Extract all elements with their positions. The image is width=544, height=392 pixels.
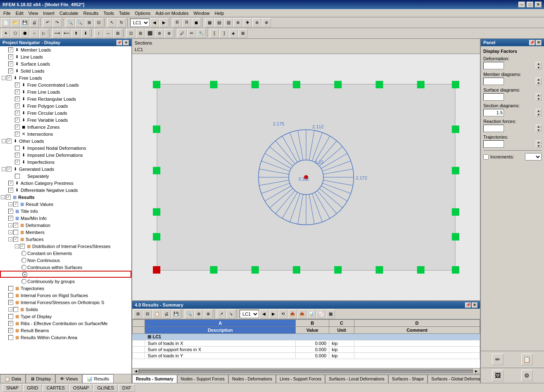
cb-int-ortho[interactable]	[8, 300, 13, 305]
tb-a6[interactable]: ⊛	[252, 18, 261, 27]
tree-solids[interactable]: - ▦ Solids	[0, 306, 131, 313]
tree-diff-neg[interactable]: ⬇ Differentiate Negative Loads	[0, 187, 131, 194]
cb-ribs-eff[interactable]	[8, 321, 13, 326]
res-tb-5[interactable]: 💾	[171, 309, 181, 319]
res-tb-6[interactable]: 🔍	[185, 309, 194, 319]
tb2-17[interactable]: ⊗	[164, 29, 173, 38]
rb-cont-within[interactable]	[21, 265, 26, 270]
exp-results[interactable]: -	[1, 195, 5, 199]
rb-non-cont[interactable]	[21, 258, 26, 263]
menu-table[interactable]: Table	[116, 10, 132, 17]
menu-view[interactable]: View	[26, 10, 41, 17]
tree-member-loads[interactable]: ⬇ Member Loads	[0, 46, 131, 53]
tree-continuous-total[interactable]: Continuous Total	[0, 271, 131, 278]
tree-free-loads[interactable]: - ⬇ Free Loads	[0, 74, 131, 81]
panel-edit-btn[interactable]: ✏	[492, 354, 504, 365]
menu-tools[interactable]: Tools	[101, 10, 116, 17]
increments-checkbox[interactable]	[483, 154, 489, 160]
exp-deformation[interactable]: -	[8, 223, 12, 227]
tree-int-ortho[interactable]: ▦ Internal Forces/Stresses on Orthotropi…	[0, 299, 131, 306]
tab-nodes-deform[interactable]: Nodes - Deformations	[228, 375, 276, 383]
member-diagrams-input[interactable]	[483, 78, 504, 85]
results-table-container[interactable]: A B C D Description Value Unit Comment	[132, 319, 480, 368]
exp-result-values[interactable]: -	[8, 202, 12, 206]
member-up[interactable]: ▲	[536, 78, 542, 81]
tb2-9[interactable]: ⬇	[81, 29, 90, 38]
cb-action-cat[interactable]	[8, 181, 13, 186]
tb2-12[interactable]: ⊞	[113, 29, 122, 38]
cb-type-display[interactable]	[8, 314, 13, 319]
tree-results[interactable]: - ▦ Results	[0, 194, 131, 201]
cb-col-area[interactable]	[8, 335, 13, 340]
res-tb-10[interactable]: ↘	[226, 309, 235, 319]
cb-free-conc[interactable]	[15, 83, 20, 87]
res-tb-11[interactable]: ⟲	[278, 309, 287, 319]
tb2-13[interactable]: ⊡	[126, 29, 135, 38]
tree-continuous-within[interactable]: Continuous within Surfaces	[0, 264, 131, 271]
tree-results-col-area[interactable]: ▦ Results Within Column Area	[0, 334, 131, 341]
cb-max-min[interactable]	[8, 216, 13, 221]
tb-a2[interactable]: ▤	[214, 18, 223, 27]
tab-nodes-support[interactable]: Nodes - Support Forces	[177, 375, 228, 383]
glines-btn[interactable]: GLINES	[93, 384, 117, 392]
exp-dist-int[interactable]: -	[15, 244, 19, 248]
res-tb-12[interactable]: 📥	[288, 309, 297, 319]
increments-select[interactable]	[525, 153, 542, 161]
tab-lines-support[interactable]: Lines - Support Forces	[276, 375, 325, 383]
tree-container[interactable]: ⬇ Member Loads ⬇ Line Loads ⬇ Surface Lo…	[0, 46, 131, 374]
reaction-up[interactable]: ▲	[536, 125, 542, 128]
cb-imperfections[interactable]	[15, 160, 20, 165]
menu-help[interactable]: Help	[212, 10, 227, 17]
cb-free-poly[interactable]	[15, 104, 20, 109]
tree-action-cat[interactable]: ⬇ Action Category Prestress	[0, 179, 131, 187]
res-prev[interactable]: ◀	[259, 309, 268, 319]
tb2-21[interactable]: ⟦	[210, 29, 219, 38]
res-tb-13[interactable]: 📤	[297, 309, 306, 319]
tb2-10[interactable]: ↕	[94, 29, 103, 38]
results-close-btn[interactable]: ✕	[472, 302, 477, 308]
cb-influence-zones[interactable]	[15, 125, 20, 130]
section-up[interactable]: ▲	[536, 109, 542, 113]
hscroll-right[interactable]: ▶	[473, 369, 479, 374]
col-a-header[interactable]: A	[145, 320, 296, 327]
res-tb-2[interactable]: ⊟	[143, 309, 152, 319]
cb-members[interactable]	[13, 230, 18, 235]
panel-extra-2[interactable]: ⚙	[521, 370, 533, 381]
cb-surfaces[interactable]	[13, 237, 18, 242]
tb-a4[interactable]: ⊕	[233, 18, 242, 27]
tb-r3[interactable]: ◼	[192, 18, 201, 27]
res-tb-3[interactable]: 📋	[152, 309, 162, 319]
tree-result-values[interactable]: - ▦ Result Values	[0, 201, 131, 208]
tree-int-rigid[interactable]: ▦ Internal Forces on Rigid Surfaces	[0, 292, 131, 299]
tb-r1[interactable]: R	[173, 18, 182, 27]
tb2-1[interactable]: ✦	[1, 29, 10, 38]
exp-generated[interactable]: -	[2, 167, 6, 171]
tb-next[interactable]: ▶	[159, 18, 169, 27]
tb2-16[interactable]: ⊕	[155, 29, 164, 38]
tb2-14[interactable]: ⊞	[136, 29, 145, 38]
traj-down[interactable]: ▼	[536, 144, 542, 148]
grid-btn[interactable]: GRID	[23, 384, 42, 392]
results-hscroll[interactable]: ◀ ▶	[132, 368, 480, 374]
tree-intersections[interactable]: ✕ Intersections	[0, 130, 131, 137]
res-tb-14[interactable]: 📊	[307, 309, 316, 319]
menu-calculate[interactable]: Calculate	[57, 10, 81, 17]
tb-zoom-all[interactable]: ⊞	[85, 18, 94, 27]
hscroll-left[interactable]: ◀	[133, 369, 139, 374]
res-tb-1[interactable]: ⊞	[133, 309, 143, 319]
cb-line-loads[interactable]	[8, 54, 13, 59]
tree-imposed-line[interactable]: ⬇ Imposed Line Deformations	[0, 151, 131, 158]
tb2-18[interactable]: 🖊	[178, 29, 187, 38]
cb-free-line[interactable]	[15, 90, 20, 94]
tree-surface-loads[interactable]: ⬇ Surface Loads	[0, 60, 131, 67]
tree-type-display[interactable]: ▦ Type of Display	[0, 313, 131, 320]
tb-save[interactable]: 💾	[20, 18, 29, 27]
tb-r2[interactable]: R	[182, 18, 191, 27]
trajectories-input[interactable]	[483, 140, 504, 148]
res-tb-7[interactable]: ⊕	[194, 309, 203, 319]
hscroll-thumb[interactable]	[139, 370, 473, 373]
cb-solids[interactable]	[13, 307, 18, 312]
cartes-btn[interactable]: CARTES	[43, 384, 68, 392]
deformation-input[interactable]	[483, 62, 504, 69]
tree-other-loads[interactable]: - ⬇ Other Loads	[0, 137, 131, 144]
